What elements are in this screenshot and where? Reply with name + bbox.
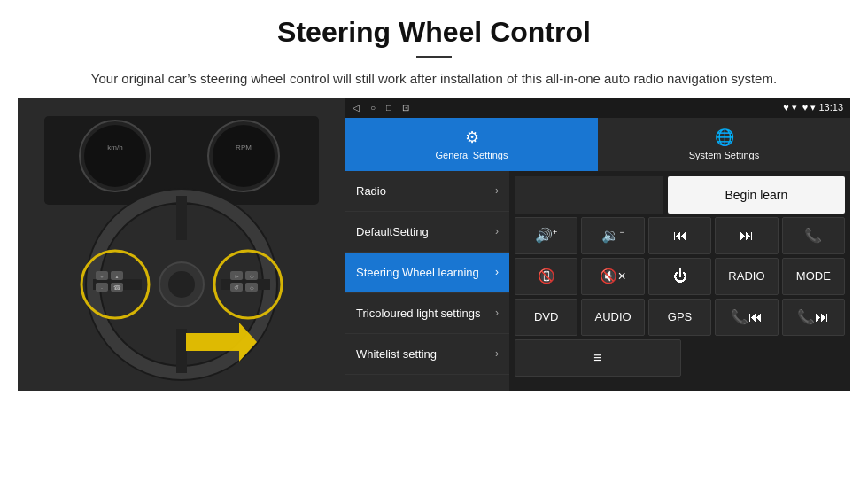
svg-text:⊳: ⊳ — [235, 274, 239, 279]
chevron-icon: › — [495, 266, 499, 278]
time-display: ♥ ▾ 13:13 — [802, 102, 843, 113]
chevron-icon: › — [495, 225, 499, 237]
svg-text:-: - — [101, 285, 103, 291]
tel-prev-icon: 📞⏮ — [731, 308, 763, 325]
next-track-button[interactable]: ⏭ — [715, 217, 778, 254]
control-row-1: 🔊+ 🔉− ⏮ ⏭ 📞 — [515, 217, 845, 254]
page-header: Steering Wheel Control Your original car… — [0, 0, 868, 98]
svg-text:◇: ◇ — [250, 274, 254, 279]
sidebar-tricoloured-label: Tricoloured light settings — [356, 307, 480, 320]
sidebar-steering-label: Steering Wheel learning — [356, 266, 479, 279]
begin-learn-spacer — [515, 176, 663, 214]
divider — [416, 56, 452, 58]
radio-button[interactable]: RADIO — [715, 258, 778, 295]
svg-text:RPM: RPM — [236, 144, 252, 152]
volume-up-button[interactable]: 🔊+ — [515, 217, 577, 254]
power-button[interactable]: ⏻ — [648, 258, 711, 295]
volume-down-button[interactable]: 🔉− — [581, 217, 644, 254]
gps-label: GPS — [668, 310, 692, 323]
menu-icon[interactable]: ⊡ — [402, 103, 409, 113]
status-bar: ◁ ○ □ ⊡ ♥ ▾ ♥ ▾ 13:13 — [345, 98, 850, 118]
gps-button[interactable]: GPS — [648, 299, 711, 336]
radio-label: RADIO — [728, 269, 764, 283]
page-subtitle: Your original car’s steering wheel contr… — [35, 69, 833, 89]
sidebar-whitelist-label: Whitelist setting — [356, 347, 437, 361]
svg-point-3 — [84, 125, 146, 187]
chevron-icon: › — [495, 347, 499, 360]
tab-general-settings[interactable]: ⚙ General Settings — [345, 118, 598, 171]
sidebar-item-steering[interactable]: Steering Wheel learning › — [345, 253, 509, 293]
volume-down-icon: 🔉− — [601, 227, 624, 244]
volume-up-icon: 🔊+ — [535, 227, 557, 244]
mode-button[interactable]: MODE — [782, 258, 845, 295]
control-row-extra: ≡ — [515, 339, 845, 377]
tab-system-settings[interactable]: 🌐 System Settings — [598, 118, 850, 171]
home-icon[interactable]: ○ — [370, 103, 376, 113]
svg-point-15 — [168, 271, 195, 298]
mute-icon: 🔇× — [600, 268, 625, 284]
svg-text:km/h: km/h — [107, 144, 122, 152]
tab-system-label: System Settings — [689, 150, 759, 160]
mode-label: MODE — [796, 269, 831, 283]
nav-tabs: ⚙ General Settings 🌐 System Settings — [345, 118, 850, 171]
next-track-icon: ⏭ — [740, 228, 754, 244]
hangup-button[interactable]: 📵 — [515, 258, 577, 295]
tel-prev-button[interactable]: 📞⏮ — [715, 299, 778, 336]
control-row-2: 📵 🔇× ⏻ RADIO MODE — [515, 258, 845, 295]
phone-answer-button[interactable]: 📞 — [782, 217, 845, 254]
device-panel: ◁ ○ □ ⊡ ♥ ▾ ♥ ▾ 13:13 ⚙ General Settings… — [345, 98, 850, 391]
prev-track-icon: ⏮ — [673, 228, 687, 244]
prev-track-button[interactable]: ⏮ — [648, 217, 711, 254]
tel-next-button[interactable]: 📞⏭ — [782, 299, 845, 336]
main-content: Radio › DefaultSetting › Steering Wheel … — [345, 171, 850, 391]
page-title: Steering Wheel Control — [35, 16, 833, 49]
signal-icon: ♥ ▾ — [783, 102, 797, 113]
sidebar-item-default[interactable]: DefaultSetting › — [345, 212, 509, 253]
svg-text:+: + — [100, 274, 104, 279]
status-bar-nav: ◁ ○ □ ⊡ — [353, 103, 409, 113]
list-button[interactable]: ≡ — [515, 339, 681, 377]
list-icon: ≡ — [593, 350, 601, 366]
dvd-label: DVD — [534, 310, 558, 323]
audio-label: AUDIO — [595, 310, 632, 323]
svg-text:↺: ↺ — [234, 284, 239, 291]
control-row-3: DVD AUDIO GPS 📞⏮ 📞⏭ — [515, 299, 845, 336]
status-bar-info: ♥ ▾ ♥ ▾ 13:13 — [783, 102, 843, 113]
sidebar-item-tricoloured[interactable]: Tricoloured light settings › — [345, 293, 509, 334]
chevron-icon: › — [495, 307, 499, 319]
sidebar-default-label: DefaultSetting — [356, 225, 429, 238]
dvd-button[interactable]: DVD — [515, 299, 577, 336]
phone-answer-icon: 📞 — [804, 227, 822, 244]
tel-next-icon: 📞⏭ — [797, 308, 829, 325]
svg-text:◇: ◇ — [250, 285, 254, 291]
general-settings-icon: ⚙ — [465, 128, 479, 147]
tab-general-label: General Settings — [436, 150, 508, 160]
sidebar-item-radio[interactable]: Radio › — [345, 171, 509, 212]
sidebar-radio-label: Radio — [356, 184, 386, 198]
power-icon: ⏻ — [673, 268, 687, 284]
svg-text:▲: ▲ — [115, 274, 120, 279]
mute-button[interactable]: 🔇× — [581, 258, 644, 295]
audio-button[interactable]: AUDIO — [581, 299, 644, 336]
recents-icon[interactable]: □ — [386, 103, 391, 113]
begin-learn-button[interactable]: Begin learn — [668, 176, 845, 214]
sidebar: Radio › DefaultSetting › Steering Wheel … — [345, 171, 509, 391]
hangup-icon: 📵 — [538, 268, 555, 284]
system-settings-icon: 🌐 — [715, 128, 734, 147]
control-panel: Begin learn 🔊+ 🔉− ⏮ ⏭ — [509, 171, 850, 391]
svg-text:☎: ☎ — [113, 284, 121, 291]
chevron-icon: › — [495, 184, 499, 197]
svg-point-6 — [213, 125, 275, 187]
back-icon[interactable]: ◁ — [353, 103, 360, 113]
steering-wheel-image: km/h RPM — [18, 98, 345, 391]
content-area: km/h RPM — [0, 98, 868, 400]
begin-learn-row: Begin learn — [515, 176, 845, 214]
sidebar-item-whitelist[interactable]: Whitelist setting › — [345, 334, 509, 375]
